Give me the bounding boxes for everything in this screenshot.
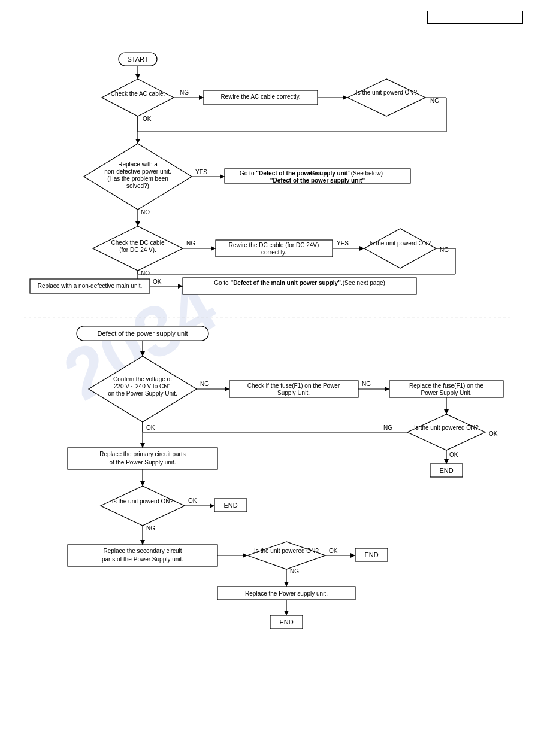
svg-marker-109 (140, 481, 145, 486)
svg-text:Check the AC cable.: Check the AC cable. (111, 90, 165, 97)
svg-text:Is the unit powerd ON?: Is the unit powerd ON? (112, 498, 174, 505)
svg-marker-8 (199, 95, 204, 100)
svg-marker-125 (247, 542, 325, 569)
svg-text:Is the unit powered ON?: Is the unit powered ON? (414, 424, 479, 431)
svg-text:NG: NG (430, 98, 439, 104)
svg-text:correctlly.: correctlly. (261, 249, 286, 256)
svg-marker-85 (385, 387, 389, 391)
svg-text:NG: NG (383, 424, 392, 431)
svg-text:OK: OK (146, 424, 155, 431)
svg-text:END: END (364, 551, 378, 558)
svg-text:START: START (127, 56, 148, 63)
svg-text:NG: NG (290, 568, 299, 575)
svg-text:of the Power Supply unit.: of the Power Supply unit. (109, 459, 176, 466)
svg-marker-13 (347, 79, 425, 116)
svg-text:Go to "Defect of the power sup: Go to "Defect of the power supply unit"(… (240, 170, 383, 177)
svg-text:END: END (223, 502, 237, 509)
svg-text:NG: NG (362, 381, 371, 387)
svg-text:OK: OK (153, 278, 162, 285)
svg-text:Replace the primary circuit pa: Replace the primary circuit parts (99, 451, 185, 457)
svg-text:Replace the secondary circuit: Replace the secondary circuit (103, 548, 182, 554)
svg-marker-129 (350, 553, 355, 558)
svg-text:YES: YES (195, 169, 207, 175)
svg-marker-50 (364, 229, 436, 268)
svg-text:220 V～240 V to CN1: 220 V～240 V to CN1 (114, 383, 172, 390)
svg-text:Power Supply Unit.: Power Supply Unit. (421, 390, 471, 396)
svg-marker-98 (444, 459, 449, 464)
svg-text:Is the unit powerd ON?: Is the unit powerd ON? (356, 89, 418, 96)
svg-text:YES: YES (337, 240, 349, 247)
svg-text:Supply Unit.: Supply Unit. (277, 390, 310, 396)
svg-text:OK: OK (329, 548, 338, 554)
svg-marker-43 (211, 246, 216, 251)
svg-marker-3 (135, 74, 140, 79)
svg-text:solved?): solved?) (126, 183, 149, 189)
svg-text:"Defect of the power supply un: "Defect of the power supply unit" (270, 177, 365, 184)
svg-text:END: END (279, 618, 293, 626)
svg-text:OK: OK (489, 430, 498, 437)
svg-text:Defect of the power supply uni: Defect of the power supply unit (97, 330, 188, 337)
svg-marker-4 (102, 79, 174, 116)
svg-marker-110 (101, 486, 185, 526)
svg-text:parts of the Power Supply unit: parts of the Power Supply unit. (102, 556, 183, 563)
svg-marker-22 (135, 139, 140, 144)
svg-text:NG: NG (440, 247, 449, 253)
page: 2034 START Check the AC cable. NG Rewire… (0, 0, 535, 756)
svg-text:END: END (439, 467, 453, 474)
svg-text:Rewire the DC cable (for DC 24: Rewire the DC cable (for DC 24V) (229, 242, 319, 248)
svg-text:Check the DC cable: Check the DC cable (111, 239, 165, 246)
svg-text:NO: NO (141, 209, 150, 215)
svg-marker-30 (220, 174, 225, 179)
svg-text:NO: NO (141, 270, 150, 277)
svg-marker-104 (140, 443, 145, 448)
svg-text:Replace the Power supply unit.: Replace the Power supply unit. (245, 590, 328, 597)
svg-text:Is the unit powered ON?: Is the unit powered ON? (254, 548, 319, 554)
svg-text:NG: NG (200, 381, 209, 387)
svg-marker-79 (225, 387, 229, 391)
svg-marker-72 (140, 351, 145, 356)
svg-marker-65 (178, 284, 183, 289)
svg-text:(Has the problem been: (Has the problem been (107, 175, 168, 182)
svg-text:Go to "Defect of the main unit: Go to "Defect of the main unit power sup… (214, 280, 385, 286)
svg-text:(for DC 24 V).: (for DC 24 V). (119, 247, 156, 253)
svg-marker-114 (210, 503, 214, 508)
svg-marker-119 (140, 540, 145, 545)
svg-text:NG: NG (146, 525, 155, 532)
svg-marker-138 (284, 611, 289, 615)
flowchart-svg: START Check the AC cable. NG Rewire the … (0, 0, 535, 756)
svg-text:OK: OK (143, 116, 152, 122)
svg-text:Replace with a: Replace with a (118, 161, 158, 168)
svg-text:OK: OK (449, 451, 458, 458)
svg-text:Check if  the fuse(F1) on the : Check if the fuse(F1) on the Power (247, 382, 340, 389)
svg-text:OK: OK (188, 497, 197, 504)
svg-marker-91 (407, 414, 485, 450)
svg-text:Rewire the AC cable correctly.: Rewire the AC cable correctly. (220, 93, 300, 100)
svg-text:Is the unit powerd ON?: Is the unit powerd ON? (370, 240, 431, 247)
svg-text:NG: NG (180, 89, 189, 96)
svg-text:Replace the fuse(F1) on the: Replace the fuse(F1) on the (409, 382, 483, 389)
svg-text:on the Power Supply Unit.: on the Power Supply Unit. (108, 390, 177, 397)
svg-marker-37 (135, 221, 140, 226)
svg-text:NG: NG (186, 240, 195, 247)
svg-marker-134 (284, 582, 289, 587)
svg-text:Confirm the voltage of: Confirm the voltage of (113, 376, 172, 382)
svg-text:Replace with a non-defective m: Replace with a non-defective main unit. (38, 283, 143, 289)
svg-marker-90 (444, 409, 449, 414)
svg-text:non-defective power unit.: non-defective power unit. (104, 168, 171, 175)
